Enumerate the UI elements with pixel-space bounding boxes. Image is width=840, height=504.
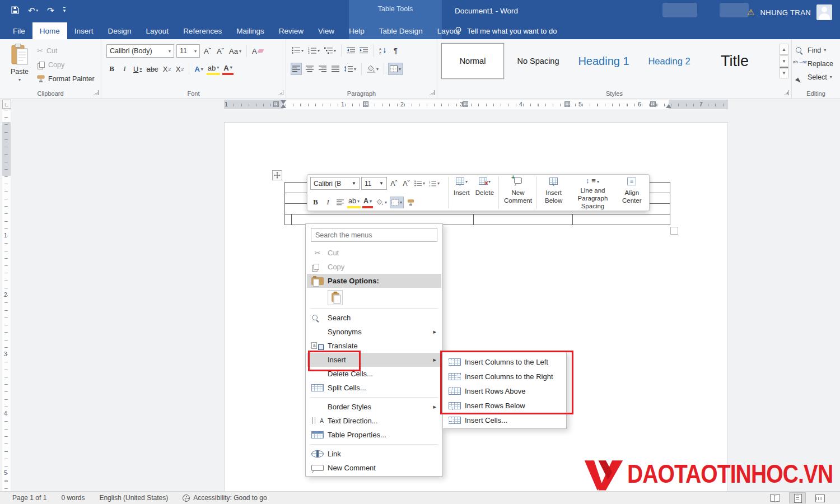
- show-hide-pilcrow-button[interactable]: ¶: [390, 44, 401, 57]
- italic-button[interactable]: I: [119, 63, 130, 75]
- shrink-font-button[interactable]: Aˇ: [401, 178, 412, 189]
- user-name[interactable]: NHUNG TRAN: [760, 8, 811, 17]
- bold-button[interactable]: B: [106, 63, 117, 75]
- ribbon-tab[interactable]: Home: [32, 22, 67, 39]
- warning-icon[interactable]: ⚠: [747, 7, 754, 17]
- mini-font-name-combo[interactable]: Calibri (B▼: [310, 177, 360, 190]
- menu-search-box[interactable]: [311, 228, 437, 242]
- subscript-button[interactable]: X2: [161, 63, 172, 75]
- context-menu-item[interactable]: Translate: [307, 339, 441, 353]
- numbering-button[interactable]: 123▾: [428, 178, 441, 189]
- shading-button[interactable]: ▾: [375, 197, 388, 208]
- ribbon-tab[interactable]: Help: [342, 22, 372, 39]
- decrease-indent-button[interactable]: [346, 44, 356, 57]
- font-size-combo[interactable]: 11▾: [176, 44, 200, 58]
- ribbon-tab[interactable]: Design: [101, 22, 139, 39]
- tell-me-box[interactable]: Tell me what you want to do: [455, 22, 557, 39]
- web-layout-button[interactable]: [812, 493, 828, 503]
- accessibility-status[interactable]: Accessibility: Good to go: [183, 494, 267, 502]
- grow-font-button[interactable]: Aˆ: [202, 45, 213, 57]
- bullets-button[interactable]: ▾: [413, 178, 426, 189]
- numbering-button[interactable]: 123▾: [307, 44, 321, 57]
- context-menu-item[interactable]: Table Properties...: [307, 428, 441, 442]
- text-effects-button[interactable]: A▾: [193, 63, 204, 75]
- mini-toolbar-button[interactable]: New Comment: [498, 176, 535, 209]
- ribbon-tab[interactable]: View: [311, 22, 342, 39]
- align-right-button[interactable]: [317, 63, 328, 75]
- context-menu-item[interactable]: Cut: [307, 246, 441, 260]
- styles-more-button[interactable]: ▼: [780, 67, 788, 78]
- line-spacing-button[interactable]: ▾: [343, 63, 357, 75]
- mini-toolbar-button[interactable]: Line and Paragraph Spacing: [568, 176, 617, 209]
- align-button[interactable]: [335, 197, 346, 208]
- context-menu-item[interactable]: Copy: [307, 260, 441, 274]
- text-highlight-button[interactable]: ab▾: [207, 63, 220, 75]
- customize-quick-access-button[interactable]: ▾: [63, 7, 66, 13]
- submenu-item[interactable]: Insert Cells...: [444, 413, 565, 427]
- first-line-indent-marker[interactable]: [281, 100, 286, 104]
- submenu-item[interactable]: Insert Columns to the Right: [444, 369, 565, 384]
- copy-button[interactable]: Copy: [36, 58, 95, 72]
- borders-button[interactable]: ▾: [390, 197, 404, 208]
- ribbon-tab[interactable]: Table Design: [372, 22, 430, 39]
- context-menu-item[interactable]: Insert: [307, 353, 441, 367]
- style-item[interactable]: Heading 1: [572, 43, 635, 79]
- font-name-combo[interactable]: Calibri (Body)▾: [106, 44, 174, 58]
- font-color-button[interactable]: A▾: [222, 63, 233, 75]
- table-column-marker[interactable]: [273, 101, 279, 107]
- clear-formatting-button[interactable]: A: [251, 45, 264, 57]
- style-item[interactable]: Title: [703, 43, 766, 79]
- paste-button[interactable]: Paste ▾: [4, 44, 35, 92]
- table-move-handle[interactable]: [272, 170, 282, 180]
- underline-button[interactable]: U▾: [132, 63, 143, 75]
- print-layout-button[interactable]: [790, 493, 805, 503]
- context-menu-item[interactable]: Paste Options:: [307, 274, 441, 288]
- font-dialog-launcher[interactable]: [278, 90, 283, 95]
- align-left-button[interactable]: [291, 63, 302, 75]
- styles-scroll-up-button[interactable]: ▲: [780, 44, 788, 55]
- text-highlight-button[interactable]: ab▾: [347, 197, 361, 208]
- context-menu-item[interactable]: Split Cells...: [307, 381, 441, 395]
- align-center-button[interactable]: [304, 63, 315, 75]
- word-count[interactable]: 0 words: [61, 494, 85, 502]
- submenu-item[interactable]: Insert Rows Below: [444, 398, 565, 413]
- strikethrough-button[interactable]: abc: [145, 63, 159, 75]
- bold-button[interactable]: B: [310, 197, 321, 208]
- style-item[interactable]: Heading 2: [638, 43, 701, 79]
- menu-search-input[interactable]: [315, 231, 433, 239]
- italic-button[interactable]: I: [323, 197, 333, 208]
- ribbon-tab[interactable]: Review: [272, 22, 311, 39]
- multilevel-list-button[interactable]: ▾: [323, 44, 337, 57]
- right-indent-marker[interactable]: [666, 104, 671, 108]
- font-color-button[interactable]: A▾: [362, 197, 373, 208]
- ribbon-tab[interactable]: References: [176, 22, 229, 39]
- read-mode-button[interactable]: [767, 493, 783, 503]
- editing-command[interactable]: Select: [795, 71, 833, 83]
- clipboard-dialog-launcher[interactable]: [94, 90, 99, 95]
- editing-command[interactable]: Find: [795, 44, 833, 56]
- bullets-button[interactable]: ▾: [291, 44, 305, 57]
- context-menu-item[interactable]: Link: [307, 447, 441, 461]
- ribbon-tab[interactable]: Layout: [139, 22, 176, 39]
- format-painter-button[interactable]: [405, 197, 416, 208]
- ribbon-tab[interactable]: Insert: [67, 22, 101, 39]
- vertical-ruler[interactable]: 12345: [0, 110, 13, 491]
- context-menu-item[interactable]: Delete Cells...: [307, 367, 441, 381]
- justify-button[interactable]: [330, 63, 340, 75]
- language-indicator[interactable]: English (United States): [99, 494, 168, 502]
- mini-toolbar-button[interactable]: Delete: [473, 176, 497, 209]
- sort-button[interactable]: AZ: [377, 44, 388, 57]
- page-indicator[interactable]: Page 1 of 1: [12, 494, 46, 502]
- mini-toolbar-button[interactable]: Align Center: [618, 176, 646, 209]
- table-column-marker[interactable]: [363, 101, 368, 107]
- shrink-font-button[interactable]: Aˇ: [215, 45, 226, 57]
- change-case-button[interactable]: Aa▾: [228, 45, 242, 57]
- table-column-marker[interactable]: [564, 101, 570, 107]
- styles-scroll-down-button[interactable]: ▼: [780, 55, 788, 67]
- mini-toolbar-button[interactable]: Insert Below: [536, 176, 568, 209]
- submenu-item[interactable]: Insert Rows Above: [444, 384, 565, 398]
- context-menu-item[interactable]: Text Direction...: [307, 414, 441, 428]
- horizontal-ruler[interactable]: 11234567: [0, 99, 840, 110]
- superscript-button[interactable]: X2: [174, 63, 185, 75]
- context-menu-item[interactable]: Synonyms: [307, 325, 441, 339]
